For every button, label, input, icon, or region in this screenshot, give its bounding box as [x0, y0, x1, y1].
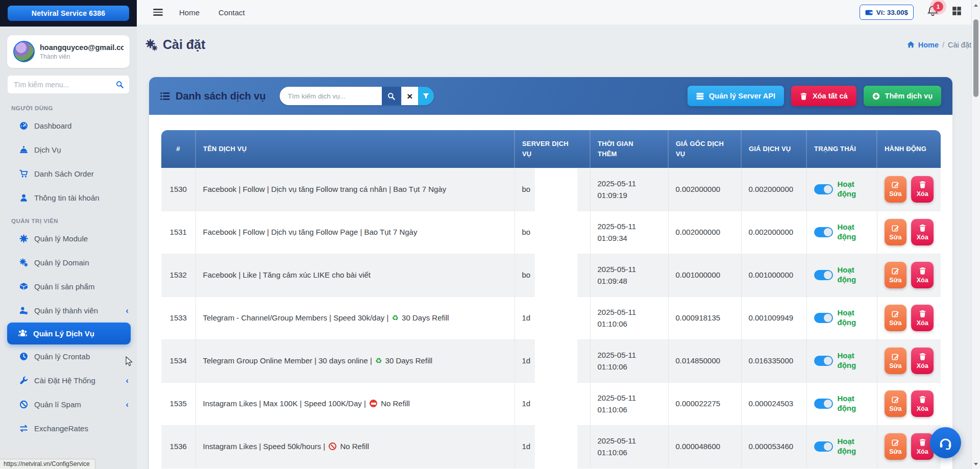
bell-dome-icon [17, 145, 30, 154]
edit-icon [892, 353, 899, 360]
sidebar-item-quan-ly-crontab[interactable]: Quản lý Crontab [0, 344, 137, 368]
sidebar-item-cai-at-he-thong[interactable]: Cài Đặt Hệ Thống [0, 368, 137, 392]
cell-id: 1534 [161, 339, 195, 382]
sidebar-item-quan-ly-dich-vu[interactable]: Quản Lý Dịch Vụ [7, 323, 131, 344]
status-toggle[interactable] [814, 184, 833, 194]
sidebar-item-quan-li-san-pham[interactable]: Quản lí sản phẩm [0, 275, 137, 299]
delete-button[interactable]: Xóa [911, 176, 934, 203]
column-header: TÊN DỊCH VỤ [195, 130, 514, 168]
manage-server-api-button[interactable]: Quản lý Server API [688, 86, 784, 106]
sidebar-item-quan-ly-module[interactable]: Quản lý Module [0, 227, 137, 251]
cell-id: 1530 [161, 168, 195, 211]
menu-search-input[interactable] [8, 81, 110, 89]
brand-button[interactable]: Netviral Service 6386 [8, 6, 129, 21]
cell-base-price: 0.002000000 [668, 168, 741, 211]
filter-icon [423, 93, 429, 100]
apps-grid-button[interactable] [952, 6, 962, 18]
status-toggle[interactable] [814, 313, 833, 323]
service-search-input[interactable] [280, 87, 382, 105]
sidebar-toggle-icon[interactable] [153, 7, 163, 17]
status-toggle[interactable] [814, 399, 833, 409]
edit-button[interactable]: Sửa [885, 305, 907, 331]
wallet-button[interactable]: Ví: 33.00$ [860, 5, 914, 20]
edit-button-label: Sửa [889, 448, 901, 455]
search-icon [387, 92, 395, 100]
gears-icon [17, 258, 30, 267]
cell-added-time: 2025-05-11 01:10:06 [590, 339, 668, 382]
scroll-down-arrow[interactable] [972, 460, 980, 467]
menu-section-label: NGƯỜI DÙNG [11, 105, 137, 111]
add-service-button[interactable]: Thêm dịch vụ [864, 86, 941, 106]
status-label: Hoạt động [838, 308, 863, 328]
clear-search-button[interactable] [401, 87, 418, 105]
edit-button[interactable]: Sửa [885, 348, 907, 374]
edit-icon [892, 438, 899, 446]
sidebar-item-thong-tin-tai-khoan[interactable]: Thông tin tài khoản [0, 186, 137, 210]
delete-button[interactable]: Xóa [911, 262, 934, 288]
card-title: Danh sách dịch vụ [160, 90, 266, 102]
sidebar-item-danh-sach-order[interactable]: Danh Sách Order [0, 162, 137, 186]
cell-added-time: 2025-05-11 01:10:06 [590, 425, 668, 468]
sidebar-item-label: Quản lí sản phẩm [34, 282, 94, 291]
nav-home[interactable]: Home [179, 8, 200, 17]
gears-icon [145, 39, 158, 51]
cell-service-name: Facebook | Like | Tăng cảm xúc LIKE cho … [195, 254, 514, 297]
sidebar-item-dich-vu[interactable]: Dịch Vụ [0, 138, 137, 162]
home-icon [907, 41, 915, 48]
delete-all-button[interactable]: Xóa tất cả [791, 86, 856, 106]
cell-id: 1531 [161, 211, 195, 254]
wallet-balance: Ví: 33.00$ [876, 9, 908, 16]
cell-base-price: 0.000022275 [668, 382, 741, 425]
status-toggle[interactable] [814, 441, 833, 452]
main-area: Home Contact Ví: 33.00$ 1 Cài đặt [137, 0, 980, 469]
sidebar-item-dashboard[interactable]: Dashboard [0, 114, 137, 138]
status-toggle[interactable] [814, 227, 833, 237]
nav-contact[interactable]: Contact [218, 8, 245, 17]
cell-base-price: 0.002000000 [668, 211, 741, 254]
cell-service-name: Facebook | Follow | Dịch vụ tăng Follow … [195, 211, 514, 254]
page-header: Cài đặt Home / Cài đặt [137, 24, 980, 52]
list-icon [160, 91, 170, 101]
edit-button[interactable]: Sửa [885, 433, 907, 460]
user-gear-icon [17, 306, 30, 315]
sidebar-item-quan-li-spam[interactable]: Quản lí Spam [0, 392, 137, 416]
cell-status: Hoạt động [806, 382, 877, 425]
user-email: hoangquyceo@gmail.com [40, 43, 124, 52]
server-icon [696, 92, 704, 100]
delete-button[interactable]: Xóa [911, 348, 934, 374]
sidebar-item-label: Dashboard [34, 121, 71, 130]
user-card[interactable]: hoangquyceo@gmail.com Thành viên [7, 35, 130, 68]
scroll-up-arrow[interactable] [972, 2, 980, 9]
edit-button[interactable]: Sửa [885, 176, 907, 203]
page-scrollbar[interactable] [971, 0, 980, 469]
trash-icon [919, 181, 926, 188]
delete-button[interactable]: Xóa [911, 219, 934, 245]
sidebar-item-quan-ly-domain[interactable]: Quản lý Domain [0, 251, 137, 275]
user-role: Thành viên [40, 53, 124, 60]
edit-icon [892, 310, 899, 317]
no-entry-icon [370, 400, 377, 407]
edit-button[interactable]: Sửa [885, 262, 907, 288]
menu-search-button[interactable] [110, 76, 129, 93]
sidebar-item-exchangerates[interactable]: ExchangeRates [0, 416, 137, 440]
breadcrumb-home[interactable]: Home [918, 41, 939, 49]
support-chat-button[interactable] [930, 427, 961, 458]
cell-added-time: 2025-05-11 01:09:34 [590, 211, 668, 254]
filter-button[interactable] [418, 87, 434, 105]
status-toggle[interactable] [814, 270, 833, 280]
sidebar-item-label: Quản lí Spam [34, 400, 81, 409]
scrollbar-thumb[interactable] [973, 19, 978, 97]
edit-button[interactable]: Sửa [885, 219, 907, 245]
edit-button-label: Sửa [889, 234, 901, 241]
search-button[interactable] [382, 87, 401, 105]
delete-button-label: Xóa [917, 234, 928, 241]
sidebar-item-quan-ly-thanh-vien[interactable]: Quản lý thành viên [0, 299, 137, 323]
notifications-button[interactable]: 1 [927, 6, 938, 19]
delete-button[interactable]: Xóa [911, 305, 934, 331]
cell-base-price: 0.000918135 [668, 297, 741, 339]
status-toggle[interactable] [814, 356, 833, 366]
breadcrumb-current: Cài đặt [948, 41, 971, 49]
edit-button[interactable]: Sửa [885, 390, 907, 417]
avatar [13, 41, 35, 62]
delete-button[interactable]: Xóa [911, 390, 934, 417]
